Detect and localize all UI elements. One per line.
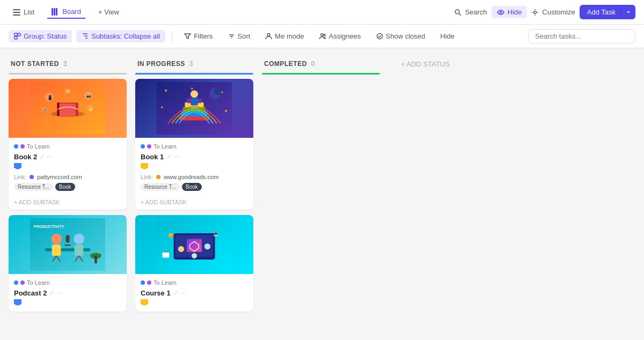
svg-text:PRODUCTIVITY: PRODUCTIVITY [34, 224, 64, 229]
column-completed-header: COMPLETED 0 [262, 57, 380, 73]
book1-title-text: Book 1 [141, 153, 164, 161]
search-button[interactable]: Search [454, 8, 487, 16]
hide-button[interactable]: Hide [492, 6, 528, 18]
book2-title: Book 2 [14, 153, 121, 161]
svg-point-15 [323, 34, 325, 36]
svg-rect-46 [64, 245, 70, 246]
book1-dot [141, 144, 145, 149]
svg-point-84 [182, 293, 184, 294]
column-in-progress-header: IN PROGRESS 3 [135, 57, 253, 73]
book1-add-subtask[interactable]: + ADD SUBTASK [135, 196, 253, 210]
book2-title-actions [39, 154, 53, 160]
book1-link-value: www.goodreads.com [164, 174, 218, 180]
customize-button[interactable]: Customize [531, 8, 575, 16]
more-icon-c1 [180, 290, 186, 296]
svg-rect-3 [52, 8, 53, 16]
svg-point-32 [47, 157, 48, 158]
view-nav-label: + View [98, 8, 119, 16]
book2-link-label: Link: [14, 174, 26, 180]
search-tasks-input[interactable] [528, 29, 635, 43]
edit-icon [39, 154, 45, 160]
svg-text:🎵: 🎵 [43, 109, 47, 113]
book1-dot2 [147, 144, 151, 149]
svg-rect-2 [13, 14, 20, 16]
svg-rect-65 [191, 98, 198, 105]
svg-rect-4 [54, 8, 55, 16]
svg-point-37 [51, 234, 62, 245]
assignees-icon [319, 33, 326, 40]
svg-text:★: ★ [224, 109, 228, 113]
subtasks-button[interactable]: Subtasks: Collapse all [76, 30, 165, 42]
svg-line-7 [459, 13, 462, 16]
svg-point-70 [178, 157, 179, 158]
in-progress-bar [135, 73, 253, 75]
svg-point-52 [61, 293, 62, 294]
more-icon-b1 [173, 154, 179, 160]
svg-text:★: ★ [160, 106, 163, 109]
course1-meta: To Learn [141, 279, 248, 286]
board-nav-label: Board [62, 8, 81, 16]
card-podcast2[interactable]: PRODUCTIVITY To Learn Podcast 2 [9, 215, 127, 312]
svg-point-51 [59, 293, 60, 294]
filters-button[interactable]: Filters [179, 30, 218, 42]
hide-toolbar-button[interactable]: Hide [435, 30, 460, 42]
card-book1[interactable]: ★ ★ ★ ★ ★ [135, 79, 253, 210]
search-icon [454, 9, 462, 16]
edit-icon-p2 [49, 290, 55, 296]
course1-title: Course 1 [141, 289, 248, 297]
svg-text:⭐: ⭐ [89, 107, 93, 112]
list-nav-item[interactable]: List [9, 6, 39, 18]
sort-button[interactable]: Sort [223, 30, 256, 42]
not-started-count: 3 [63, 60, 67, 68]
book1-flag-icon [141, 163, 148, 169]
svg-point-13 [267, 34, 270, 36]
course1-flag [141, 299, 248, 307]
book2-tag2: Book [55, 183, 75, 191]
add-status-column: + ADD STATUS [389, 57, 507, 71]
me-mode-button[interactable]: Me mode [260, 30, 309, 42]
book1-tags: Resource T... Book [141, 183, 248, 191]
book2-image: 📱 📷 🎵 ⭐ 💡 [9, 79, 127, 138]
card-course1[interactable]: 😊 💻 To Learn Course 1 [135, 215, 253, 312]
subtasks-label: Subtasks: Collapse all [91, 32, 160, 40]
completed-bar [262, 73, 380, 75]
podcast2-title: Podcast 2 [14, 289, 121, 297]
svg-text:💻: 💻 [213, 231, 218, 236]
book1-tag1: Resource T... [141, 183, 180, 191]
svg-point-41 [74, 234, 84, 245]
board-nav-item[interactable]: Board [47, 5, 85, 19]
svg-rect-38 [52, 245, 61, 256]
book1-title: Book 1 [141, 153, 248, 161]
svg-text:★: ★ [191, 87, 193, 90]
book2-flag-icon [14, 163, 21, 169]
add-status-icon [392, 61, 398, 68]
book1-tag2: Book [182, 183, 202, 191]
more-icon-p2 [56, 290, 62, 296]
top-nav: List Board + View Search Hide [0, 0, 644, 25]
group-status-button[interactable]: Group: Status [9, 30, 72, 42]
not-started-title: NOT STARTED [11, 60, 59, 68]
show-closed-button[interactable]: Show closed [371, 30, 431, 42]
book1-body: To Learn Book 1 Link: www.goodreads.com [135, 138, 253, 196]
svg-point-68 [174, 157, 175, 158]
edit-icon-b1 [166, 154, 172, 160]
add-task-button[interactable]: Add Task [580, 5, 621, 19]
card-book2[interactable]: 📱 📷 🎵 ⭐ 💡 To Learn B [9, 79, 127, 210]
course1-image: 😊 💻 [135, 215, 253, 274]
svg-rect-1 [13, 12, 20, 13]
book2-tags: Resource T... Book [14, 183, 121, 191]
board: NOT STARTED 3 📱 📷 [0, 48, 644, 339]
svg-point-67 [214, 87, 222, 95]
svg-rect-12 [14, 36, 17, 39]
chevron-down-icon [626, 10, 631, 15]
svg-text:📱: 📱 [47, 95, 53, 101]
book2-add-subtask[interactable]: + ADD SUBTASK [9, 196, 127, 210]
svg-point-83 [181, 293, 182, 294]
add-status-button[interactable]: + ADD STATUS [389, 57, 507, 71]
assignees-button[interactable]: Assignees [314, 30, 367, 42]
add-task-chevron-button[interactable] [621, 5, 635, 19]
view-nav-item[interactable]: + View [94, 6, 123, 18]
add-task-label: Add Task [587, 8, 616, 16]
column-in-progress: IN PROGRESS 3 ★ ★ ★ ★ ★ [135, 57, 253, 317]
toolbar: Group: Status Subtasks: Collapse all Fil… [0, 25, 644, 48]
